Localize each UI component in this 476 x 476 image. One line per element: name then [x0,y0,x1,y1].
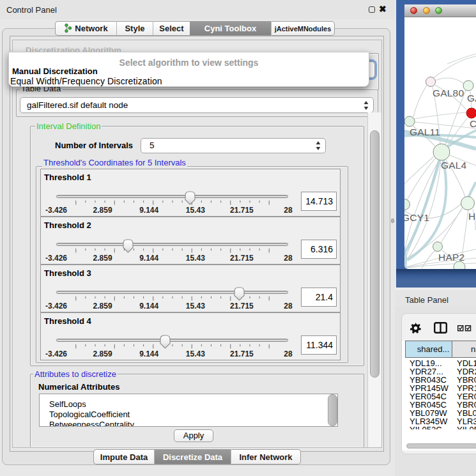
svg-text:GAL4: GAL4 [441,160,467,171]
svg-text:HI: HI [468,211,476,222]
svg-text:GA: GA [467,93,476,104]
svg-text:GAL80: GAL80 [433,88,464,98]
svg-text:GAL11: GAL11 [410,127,440,137]
svg-text:GCY1: GCY1 [404,212,429,223]
svg-text:HAP2: HAP2 [438,252,464,263]
svg-text:C: C [470,118,476,129]
